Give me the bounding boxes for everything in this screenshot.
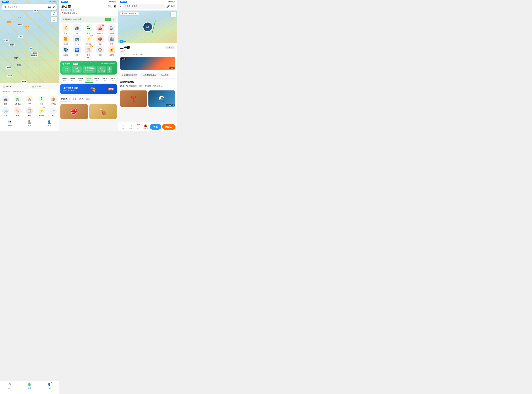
promo-tag-button[interactable]: 立即抢	[108, 88, 114, 90]
food-card-1[interactable]: 🥩	[60, 104, 88, 119]
discover-tab-campus[interactable]: 看校园	[145, 84, 151, 88]
city-subtype: 直辖市	[120, 50, 175, 52]
airport-chip-pudong[interactable]: ✈ 上海浦东国际机场	[140, 73, 158, 77]
scenery-icon: 🏛	[85, 24, 92, 32]
promo-banner[interactable]: 花样玩乐5折起 潮流一夏 全网低价 🎭 立即抢	[60, 84, 117, 94]
cat-gas[interactable]: ⛽ 加油站	[107, 24, 117, 35]
search-icon-nearby[interactable]: 🔍	[108, 5, 112, 8]
switch-location-button[interactable]: 切换	[104, 18, 111, 21]
route-suggestion-btn[interactable]: 📍 查看本地游玩攻略 ›	[120, 12, 139, 16]
coupon-3yuan[interactable]: ¥3 满50元可用	[97, 66, 106, 73]
cat-toilet[interactable]: 🚻 厕所	[72, 46, 82, 56]
near-tab-hot[interactable]: 附近热门	[61, 98, 70, 101]
disc-card-venice[interactable]: 🌊 上海威尼斯	[148, 90, 175, 107]
cat-supermarket[interactable]: 🛒 免息 超市	[83, 46, 94, 56]
day-tab-sun[interactable]: 全品日 周日	[109, 77, 117, 83]
panel-search: 傍晚6:49 621K/s 📶🔋 ‹ 上海市 上海市 🎤 取消 📍 查看本地游玩…	[118, 0, 177, 131]
map-label-pudong: 上海浦东国际机场	[31, 52, 38, 57]
status-bar-1: 傍晚6:49 601K/s 📶🔋	[0, 0, 59, 3]
search-input[interactable]	[8, 6, 46, 8]
discover-tab-water[interactable]: 玩水	[139, 84, 143, 88]
cat-hotel[interactable]: 🏨 酒店	[72, 24, 82, 35]
quick-icon-bike[interactable]: 🚲 骑行	[0, 107, 11, 118]
cancel-button[interactable]: 取消	[171, 5, 175, 8]
search-input-display[interactable]: 上海市 上海市	[122, 4, 165, 9]
station-chip-shanghai[interactable]: 🚉 上海站	[159, 73, 170, 77]
share-action[interactable]: ↗ 分享	[120, 124, 126, 130]
nav-item-nearby-1[interactable]: 🏪 周边	[20, 120, 39, 127]
go-there-button[interactable]: 到这去	[162, 124, 176, 130]
city-panorama-photo[interactable]: 全景 360°	[120, 57, 175, 70]
nav-item-travel-1[interactable]: 🗺 出行	[0, 120, 20, 127]
near-tab-hotel[interactable]: 酒店	[79, 98, 83, 101]
back-button[interactable]: ‹	[120, 5, 121, 8]
nav-item-mine-1[interactable]: 👤 我的	[39, 120, 59, 127]
coupon-6yuan[interactable]: ¥6 满100元可用	[72, 66, 82, 73]
home-work-row: 🏠 设置家 🏢 设置公司	[0, 84, 59, 90]
quick-icon-walk[interactable]: 🚶 步行	[36, 95, 47, 106]
day-tab-wed[interactable]: 玩乐日 周三	[77, 77, 84, 83]
nearby-action[interactable]: 📍 时惠 周边	[135, 124, 141, 130]
map-search-bar[interactable]: 🔍 📷 🎤	[2, 4, 57, 10]
map-view-3[interactable]: 📍 查看本地游玩攻略 › ⚠ 全景 百 地图	[118, 10, 177, 43]
one-click-coupon[interactable]: 一键领取	[63, 66, 71, 73]
savings-notice: 本周已错过131元福利	[100, 63, 115, 65]
set-work-button[interactable]: 🏢 设置公司	[30, 84, 57, 89]
cat-bus[interactable]: 🚌 公交站	[72, 35, 82, 45]
day-tab-sat[interactable]: 全品日 周六	[101, 77, 109, 83]
day-tab-mon[interactable]: 加油日 周一	[60, 77, 68, 83]
scan-icon-nearby[interactable]: ⊞	[114, 5, 116, 8]
cat-hospital[interactable]: 🏥 医院	[107, 35, 117, 45]
day-tab-today[interactable]: 景点日 今天	[84, 77, 93, 83]
report-tool[interactable]: ⚠	[171, 12, 176, 17]
quick-icon-checkin[interactable]: 📋 签到	[24, 107, 35, 118]
map-label-jiading: 嘉定区	[9, 44, 15, 46]
quick-icon-more[interactable]: ⋯ 更多	[48, 107, 59, 118]
nearby-icon-1: 🏪	[27, 120, 32, 124]
quick-icon-ev[interactable]: ⚡ 设置 新能源	[36, 107, 47, 118]
mic-icon[interactable]: 🎤	[166, 5, 170, 8]
food-card-2[interactable]: 🍗	[89, 104, 117, 119]
coupon-scenery[interactable]: 景区消费券 领后当日有效	[83, 66, 96, 73]
book-hotel-action[interactable]: 🏨 订酒店	[142, 124, 149, 130]
plane-icon-1: ✈	[122, 74, 123, 76]
quick-icon-measure[interactable]: 📏 测距	[12, 107, 23, 118]
navigate-button[interactable]: 导航	[150, 124, 161, 130]
near-tab-food[interactable]: 美食	[72, 98, 77, 101]
near-tab-scenery[interactable]: 景点	[86, 98, 90, 101]
quick-icon-transit[interactable]: 🚌 公共交通	[12, 95, 23, 106]
panorama-thumbnail[interactable]: 全景	[143, 22, 153, 32]
collect-action[interactable]: ☆ 收藏	[127, 124, 134, 130]
cat-deal[interactable]: ⚡ 限时 特价团购	[83, 35, 94, 45]
map-tool-feedback[interactable]: ✏️ 反馈	[51, 17, 57, 22]
discover-tabs: 推荐 🌿 夏日旅行 玩水 看校园 城市正当红	[120, 84, 175, 88]
quick-icon-drive[interactable]: 🚗 驾车	[0, 95, 11, 106]
cat-leisure[interactable]: 🎪 5折 休闲玩乐	[95, 24, 105, 35]
quick-icon-taxi[interactable]: 🚕 打车	[24, 95, 35, 106]
cat-food[interactable]: 🍜 美食	[60, 24, 71, 35]
discover-tab-city[interactable]: 城市正当红	[153, 84, 162, 88]
map-tool-layers[interactable]: 🗺 图层	[51, 11, 57, 16]
discover-tab-recommend[interactable]: 推荐	[120, 84, 124, 88]
cat-loan[interactable]: 💰 去借钱	[107, 46, 117, 56]
map-grid-section: 🏠 设置家 🏢 设置公司 设置家或公司， 可领23元打车券 › 🚗 驾车 🚌 公…	[0, 83, 59, 118]
coupon-extra[interactable]: 景 领	[107, 66, 112, 73]
cat-scenery[interactable]: 🏛 景点	[83, 24, 94, 35]
set-home-button[interactable]: 🏠 设置家	[2, 84, 29, 89]
airport-chip-hongqiao[interactable]: ✈ 上海虹桥国际机场	[120, 73, 139, 77]
day-tab-fri[interactable]: 美食日 周五	[93, 77, 101, 83]
cat-snack[interactable]: 🍔 小吃快餐	[60, 35, 71, 45]
discover-tab-summer[interactable]: 🌿 夏日旅行	[126, 84, 137, 88]
cat-metro[interactable]: 🚇 地铁站	[60, 46, 71, 56]
cat-rent[interactable]: 🏠 找房	[95, 46, 105, 56]
chevron-down-icon[interactable]: ▼	[76, 12, 77, 14]
close-switch-icon[interactable]: ✕	[113, 18, 115, 21]
day-tab-tue[interactable]: 酒店日 周二	[68, 77, 77, 83]
rent-icon: 🏠	[96, 46, 104, 53]
quick-icon-hotel[interactable]: 🏨 订酒店	[48, 95, 59, 106]
disc-card-food[interactable]: 🦞	[120, 90, 147, 107]
voice-icon[interactable]: 🎤	[52, 5, 55, 9]
near-tabs: 附近热门 美食 酒店 景点	[59, 96, 118, 103]
camera-icon[interactable]: 📷	[47, 5, 51, 9]
cat-express[interactable]: 📦 快递	[95, 35, 105, 45]
